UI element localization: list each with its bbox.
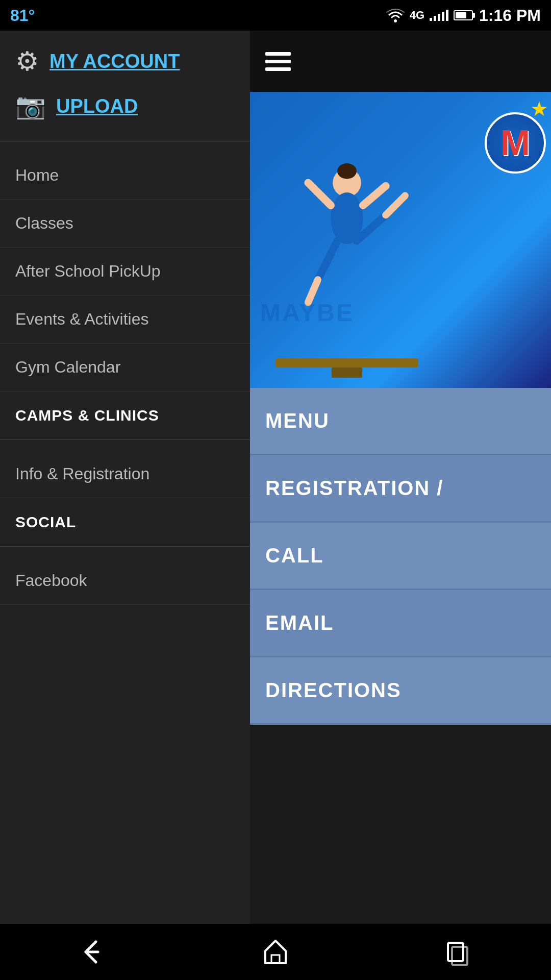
- sidebar-divider-camps: [0, 439, 250, 440]
- menu-button[interactable]: MENU: [250, 388, 551, 455]
- gymnast-figure: [281, 163, 413, 357]
- call-button[interactable]: CALL: [250, 523, 551, 590]
- wifi-icon-area: 4G: [386, 8, 473, 23]
- svg-line-5: [363, 186, 386, 205]
- nav-item-gym-calendar[interactable]: Gym Calendar: [0, 344, 250, 391]
- directions-button[interactable]: DIRECTIONS: [250, 657, 551, 725]
- battery-icon: [454, 10, 473, 20]
- svg-rect-11: [448, 943, 463, 961]
- nav-item-info-registration[interactable]: Info & Registration: [0, 450, 250, 498]
- wifi-icon: [386, 8, 405, 23]
- sidebar-header: ⚙ MY ACCOUNT 📷 UPLOAD: [0, 31, 250, 131]
- svg-line-7: [308, 280, 318, 302]
- email-button[interactable]: EMAIL: [250, 590, 551, 657]
- back-icon: [77, 937, 107, 967]
- home-icon: [260, 937, 291, 967]
- bottom-navigation-bar: [0, 924, 551, 980]
- nav-item-after-school[interactable]: After School PickUp: [0, 248, 250, 296]
- section-header-social: SOCIAL: [0, 498, 250, 536]
- network-type: 4G: [410, 9, 424, 22]
- logo-badge: M: [485, 112, 546, 174]
- balance-beam: [276, 358, 418, 368]
- hamburger-line-2: [265, 60, 291, 63]
- time-display: 1:16 PM: [479, 6, 541, 25]
- registration-button[interactable]: REGISTRATION /: [250, 455, 551, 523]
- sidebar-divider-top: [0, 141, 250, 141]
- svg-rect-10: [271, 955, 280, 963]
- signal-bars: [430, 10, 448, 21]
- camera-icon: 📷: [15, 92, 46, 120]
- star-icon: ★: [530, 97, 548, 120]
- sidebar: ⚙ MY ACCOUNT 📷 UPLOAD Home Classes After…: [0, 31, 250, 980]
- hamburger-line-3: [265, 67, 291, 71]
- svg-line-4: [308, 183, 331, 205]
- sidebar-divider-social: [0, 546, 250, 547]
- svg-point-2: [337, 163, 357, 179]
- temperature-display: 81°: [10, 6, 35, 25]
- action-buttons-container: MENU REGISTRATION / CALL EMAIL DIRECTION…: [250, 388, 551, 725]
- upload-link[interactable]: UPLOAD: [56, 95, 138, 117]
- my-account-link[interactable]: MY ACCOUNT: [49, 51, 180, 72]
- upload-section[interactable]: 📷 UPLOAD: [15, 92, 235, 120]
- section-header-camps: CAMPS & CLINICS: [0, 391, 250, 429]
- hamburger-menu-button[interactable]: [265, 52, 291, 71]
- home-button[interactable]: [245, 932, 306, 972]
- nav-item-events[interactable]: Events & Activities: [0, 296, 250, 344]
- nav-item-classes[interactable]: Classes: [0, 200, 250, 248]
- svg-rect-12: [452, 947, 467, 965]
- recent-apps-icon: [444, 937, 474, 967]
- account-section[interactable]: ⚙ MY ACCOUNT: [15, 46, 235, 77]
- recent-apps-button[interactable]: [429, 932, 490, 972]
- nav-item-facebook[interactable]: Facebook: [0, 557, 250, 605]
- gymnast-svg: [281, 163, 413, 357]
- top-bar: [250, 31, 551, 92]
- svg-line-6: [318, 241, 337, 280]
- svg-point-0: [394, 19, 397, 22]
- gear-icon: ⚙: [15, 46, 39, 77]
- nav-item-home[interactable]: Home: [0, 152, 250, 200]
- back-button[interactable]: [61, 932, 122, 972]
- right-content: MAYBE: [250, 31, 551, 980]
- main-container: ⚙ MY ACCOUNT 📷 UPLOAD Home Classes After…: [0, 31, 551, 980]
- svg-line-9: [386, 195, 405, 215]
- status-icons-group: 4G 1:16 PM: [386, 6, 541, 25]
- hero-image: MAYBE: [250, 92, 551, 388]
- beam-support: [332, 368, 362, 378]
- logo-m-text: M: [500, 122, 530, 163]
- status-bar: 81° 4G 1:16 PM: [0, 0, 551, 31]
- hamburger-line-1: [265, 52, 291, 56]
